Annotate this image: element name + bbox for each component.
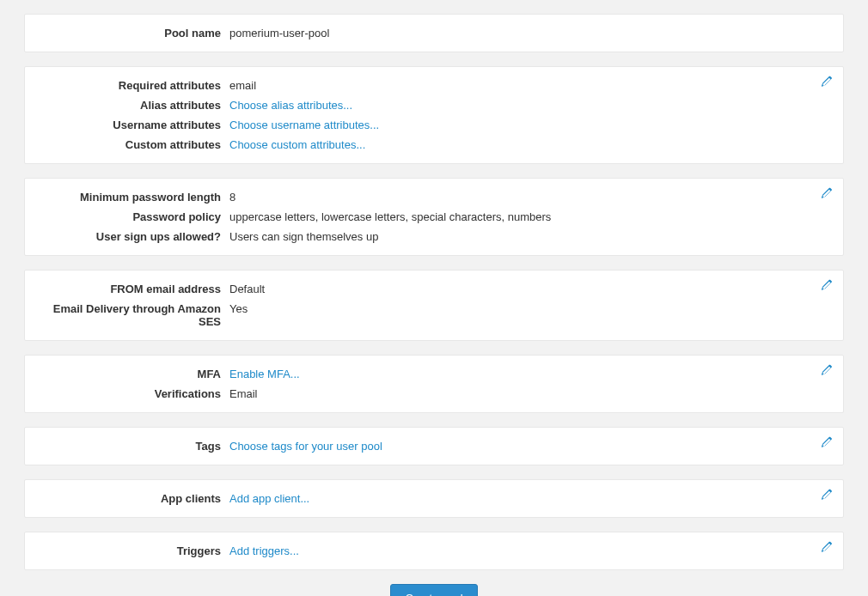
required-attributes-value: email [229, 79, 256, 92]
min-pw-length-row: Minimum password length 8 [39, 191, 829, 204]
pool-name-label: Pool name [39, 27, 229, 40]
alias-attributes-label: Alias attributes [39, 99, 229, 112]
verifications-value: Email [229, 387, 258, 400]
pencil-icon[interactable] [821, 279, 833, 291]
mfa-label: MFA [39, 368, 229, 380]
from-email-row: FROM email address Default [39, 283, 829, 295]
triggers-link[interactable]: Add triggers... [229, 544, 299, 557]
create-pool-button[interactable]: Create pool [390, 584, 477, 596]
pencil-icon[interactable] [821, 541, 833, 553]
app-clients-label: App clients [39, 492, 229, 505]
required-attributes-label: Required attributes [39, 79, 229, 92]
custom-attributes-link[interactable]: Choose custom attributes... [229, 138, 365, 151]
alias-attributes-row: Alias attributes Choose alias attributes… [39, 99, 829, 112]
app-clients-card: App clients Add app client... [24, 479, 844, 518]
email-card: FROM email address Default Email Deliver… [24, 270, 844, 341]
from-email-value: Default [229, 283, 265, 295]
verifications-label: Verifications [39, 387, 229, 400]
username-attributes-link[interactable]: Choose username attributes... [229, 119, 379, 131]
signups-value: Users can sign themselves up [229, 230, 378, 243]
app-clients-row: App clients Add app client... [39, 492, 829, 505]
attributes-card: Required attributes email Alias attribut… [24, 66, 844, 164]
username-attributes-label: Username attributes [39, 119, 229, 131]
required-attributes-row: Required attributes email [39, 79, 829, 92]
custom-attributes-row: Custom attributes Choose custom attribut… [39, 138, 829, 151]
signups-row: User sign ups allowed? Users can sign th… [39, 230, 829, 243]
ses-row: Email Delivery through Amazon SES Yes [39, 302, 829, 328]
mfa-card: MFA Enable MFA... Verifications Email [24, 355, 844, 413]
username-attributes-row: Username attributes Choose username attr… [39, 119, 829, 131]
triggers-row: Triggers Add triggers... [39, 544, 829, 557]
pencil-icon[interactable] [821, 436, 833, 448]
mfa-link[interactable]: Enable MFA... [229, 368, 300, 380]
triggers-card: Triggers Add triggers... [24, 532, 844, 570]
create-pool-row: Create pool [24, 584, 844, 596]
pool-name-row: Pool name pomerium-user-pool [39, 27, 829, 40]
signups-label: User sign ups allowed? [39, 230, 229, 243]
pencil-icon[interactable] [821, 364, 833, 376]
ses-label: Email Delivery through Amazon SES [39, 302, 229, 328]
pw-policy-value: uppercase letters, lowercase letters, sp… [229, 210, 551, 223]
min-pw-length-label: Minimum password length [39, 191, 229, 204]
ses-value: Yes [229, 302, 248, 315]
mfa-row: MFA Enable MFA... [39, 368, 829, 380]
pencil-icon[interactable] [821, 76, 833, 88]
tags-card: Tags Choose tags for your user pool [24, 427, 844, 465]
verifications-row: Verifications Email [39, 387, 829, 400]
pencil-icon[interactable] [821, 489, 833, 501]
pool-name-value: pomerium-user-pool [229, 27, 329, 40]
app-clients-link[interactable]: Add app client... [229, 492, 309, 505]
min-pw-length-value: 8 [229, 191, 235, 204]
tags-label: Tags [39, 440, 229, 453]
tags-link[interactable]: Choose tags for your user pool [229, 440, 382, 453]
pool-name-card: Pool name pomerium-user-pool [24, 14, 844, 52]
password-card: Minimum password length 8 Password polic… [24, 178, 844, 256]
tags-row: Tags Choose tags for your user pool [39, 440, 829, 453]
pw-policy-row: Password policy uppercase letters, lower… [39, 210, 829, 223]
triggers-label: Triggers [39, 544, 229, 557]
alias-attributes-link[interactable]: Choose alias attributes... [229, 99, 352, 112]
pw-policy-label: Password policy [39, 210, 229, 223]
pencil-icon[interactable] [821, 187, 833, 199]
from-email-label: FROM email address [39, 283, 229, 295]
custom-attributes-label: Custom attributes [39, 138, 229, 151]
